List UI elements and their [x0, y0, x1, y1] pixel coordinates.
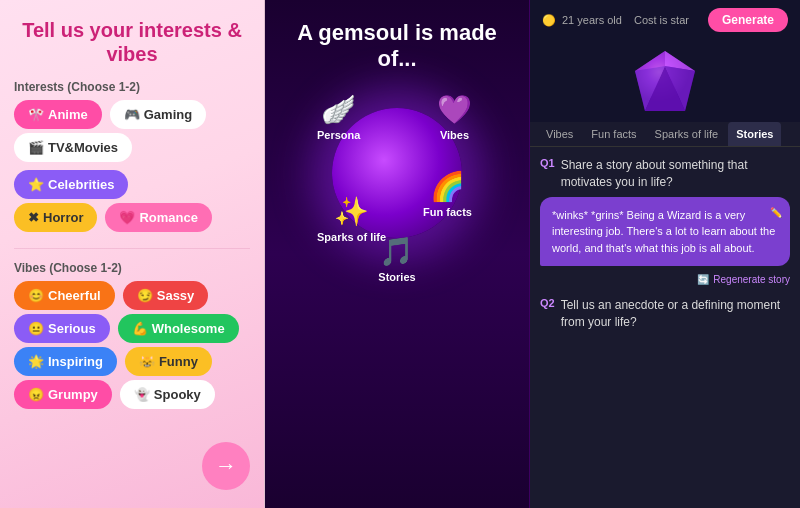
- cost-label: Cost is star: [634, 14, 689, 26]
- interests-vibes-panel: Tell us your interests & vibes Interests…: [0, 0, 265, 508]
- age-label: 21 years old: [562, 14, 622, 26]
- panel3-header: 🟡 21 years old Cost is star Generate: [530, 0, 800, 40]
- gem-3d-icon: [625, 46, 705, 116]
- persona-label: Persona: [317, 129, 360, 141]
- panel1-title: Tell us your interests & vibes: [14, 18, 250, 66]
- regen-button[interactable]: 🔄 Regenerate story: [540, 272, 790, 287]
- vibes-chips-row4: 😠 Grumpy 👻 Spooky: [14, 380, 250, 409]
- gem-item-funfacts: 🌈 Fun facts: [423, 170, 472, 218]
- q2-text: Tell us an anecdote or a defining moment…: [561, 297, 790, 331]
- chip-celebrities[interactable]: ⭐ Celebrities: [14, 170, 128, 199]
- stories-label: Stories: [378, 271, 415, 283]
- chip-inspiring[interactable]: 🌟 Inspiring: [14, 347, 117, 376]
- q1-answer: *winks* *grins* Being a Wizard is a very…: [540, 197, 790, 267]
- chip-tvmovies[interactable]: 🎬 TV&Movies: [14, 133, 132, 162]
- vibes-icon: 💜: [437, 93, 472, 126]
- gem-center: 🪽 Persona 💜 Vibes 🌈 Fun facts ✨ Sparks o…: [307, 73, 487, 273]
- tab-stories[interactable]: Stories: [728, 122, 781, 146]
- gem-item-sparks: ✨ Sparks of life: [317, 195, 386, 243]
- chip-spooky[interactable]: 👻 Spooky: [120, 380, 215, 409]
- gemsoul-panel: A gemsoul is made of... 🪽 Persona 💜 Vibe…: [265, 0, 530, 508]
- sparks-icon: ✨: [334, 195, 369, 228]
- chip-funny[interactable]: 😸 Funny: [125, 347, 212, 376]
- chip-grumpy[interactable]: 😠 Grumpy: [14, 380, 112, 409]
- chip-wholesome[interactable]: 💪 Wholesome: [118, 314, 239, 343]
- chip-cheerful[interactable]: 😊 Cheerful: [14, 281, 115, 310]
- question-2: Q2 Tell us an anecdote or a defining mom…: [540, 297, 790, 331]
- tab-sparks[interactable]: Sparks of life: [647, 122, 727, 146]
- tabs-bar: Vibes Fun facts Sparks of life Stories: [530, 122, 800, 147]
- gem-item-vibes: 💜 Vibes: [437, 93, 472, 141]
- interests-chips: 🎌 Anime 🎮 Gaming: [14, 100, 250, 129]
- regen-label: Regenerate story: [713, 274, 790, 285]
- section-divider: [14, 248, 250, 249]
- interests-label: Interests (Choose 1-2): [14, 80, 250, 94]
- vibes-chips-row2: 😐 Serious 💪 Wholesome: [14, 314, 250, 343]
- generate-button[interactable]: Generate: [708, 8, 788, 32]
- chip-gaming[interactable]: 🎮 Gaming: [110, 100, 206, 129]
- tab-vibes[interactable]: Vibes: [538, 122, 581, 146]
- funfacts-icon: 🌈: [430, 170, 465, 203]
- chip-horror[interactable]: ✖ Horror: [14, 203, 97, 232]
- gem-item-persona: 🪽 Persona: [317, 93, 360, 141]
- funfacts-label: Fun facts: [423, 206, 472, 218]
- vibes-label: Vibes: [440, 129, 469, 141]
- interests-chips-row3: ✖ Horror 💗 Romance: [14, 203, 250, 232]
- stories-icon: 🎵: [379, 235, 414, 268]
- stories-content: Q1 Share a story about something that mo…: [530, 147, 800, 508]
- age-icon: 🟡: [542, 14, 556, 27]
- q2-label: Q2: [540, 297, 555, 309]
- stories-panel: 🟡 21 years old Cost is star Generate Vib…: [530, 0, 800, 508]
- edit-icon[interactable]: ✏️: [770, 205, 782, 220]
- next-button[interactable]: →: [202, 442, 250, 490]
- panel2-title: A gemsoul is made of...: [275, 20, 519, 73]
- vibes-label: Vibes (Choose 1-2): [14, 261, 250, 275]
- interests-section: Interests (Choose 1-2) 🎌 Anime 🎮 Gaming …: [14, 80, 250, 236]
- interests-chips-row2: 🎬 TV&Movies ⭐ Celebrities: [14, 133, 250, 199]
- sparks-label: Sparks of life: [317, 231, 386, 243]
- question-1: Q1 Share a story about something that mo…: [540, 157, 790, 287]
- vibes-chips-row3: 🌟 Inspiring 😸 Funny: [14, 347, 250, 376]
- vibes-section: Vibes (Choose 1-2) 😊 Cheerful 😏 Sassy 😐 …: [14, 261, 250, 413]
- q1-label: Q1: [540, 157, 555, 169]
- persona-icon: 🪽: [321, 93, 356, 126]
- gem-item-stories: 🎵 Stories: [378, 235, 415, 283]
- user-info: 🟡 21 years old Cost is star: [542, 14, 689, 27]
- vibes-chips-row1: 😊 Cheerful 😏 Sassy: [14, 281, 250, 310]
- regen-icon: 🔄: [697, 274, 709, 285]
- chip-serious[interactable]: 😐 Serious: [14, 314, 110, 343]
- gem-preview: [530, 40, 800, 122]
- tab-funfacts[interactable]: Fun facts: [583, 122, 644, 146]
- q1-text: Share a story about something that motiv…: [561, 157, 790, 191]
- chip-sassy[interactable]: 😏 Sassy: [123, 281, 209, 310]
- chip-anime[interactable]: 🎌 Anime: [14, 100, 102, 129]
- chip-romance[interactable]: 💗 Romance: [105, 203, 212, 232]
